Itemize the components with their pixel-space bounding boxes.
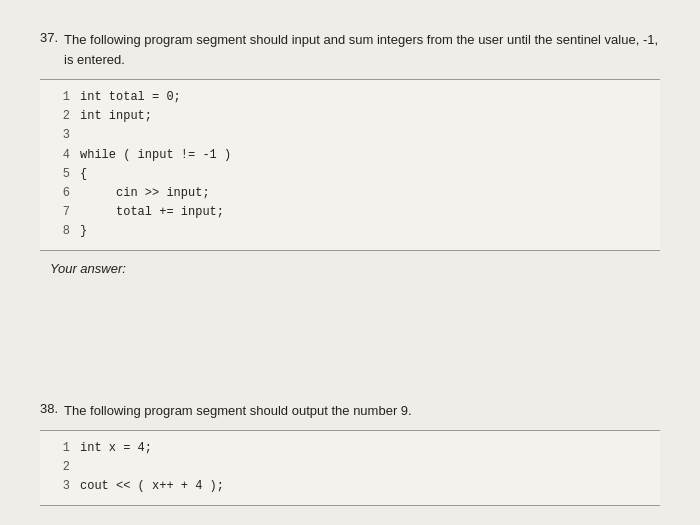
q38-code: 1 int x = 4; 2 3 cout << ( x++ + 4 );: [50, 439, 650, 497]
q38-code-line-2: 2: [50, 458, 650, 477]
code-line-7: 7 total += input;: [50, 203, 650, 222]
code-line-2: 2 int input;: [50, 107, 650, 126]
q37-answer-area: Your answer:: [40, 261, 660, 381]
code-line-6: 6 cin >> input;: [50, 184, 650, 203]
code-line-8: 8 }: [50, 222, 650, 241]
question-37: 37. The following program segment should…: [40, 30, 660, 381]
code-line-1: 1 int total = 0;: [50, 88, 650, 107]
q38-text: The following program segment should out…: [64, 401, 412, 421]
code-line-5: 5 {: [50, 165, 650, 184]
q38-code-line-1: 1 int x = 4;: [50, 439, 650, 458]
q37-your-answer-label: Your answer:: [40, 261, 660, 276]
code-line-3: 3: [50, 126, 650, 145]
q37-code-block: 1 int total = 0; 2 int input; 3 4 while …: [40, 79, 660, 251]
q37-number: 37.: [40, 30, 58, 45]
question-38: 38. The following program segment should…: [40, 401, 660, 506]
q37-code: 1 int total = 0; 2 int input; 3 4 while …: [50, 88, 650, 242]
code-line-4: 4 while ( input != -1 ): [50, 146, 650, 165]
q38-number: 38.: [40, 401, 58, 416]
q37-text: The following program segment should inp…: [64, 30, 660, 69]
q38-code-block: 1 int x = 4; 2 3 cout << ( x++ + 4 );: [40, 430, 660, 506]
q38-code-line-3: 3 cout << ( x++ + 4 );: [50, 477, 650, 496]
